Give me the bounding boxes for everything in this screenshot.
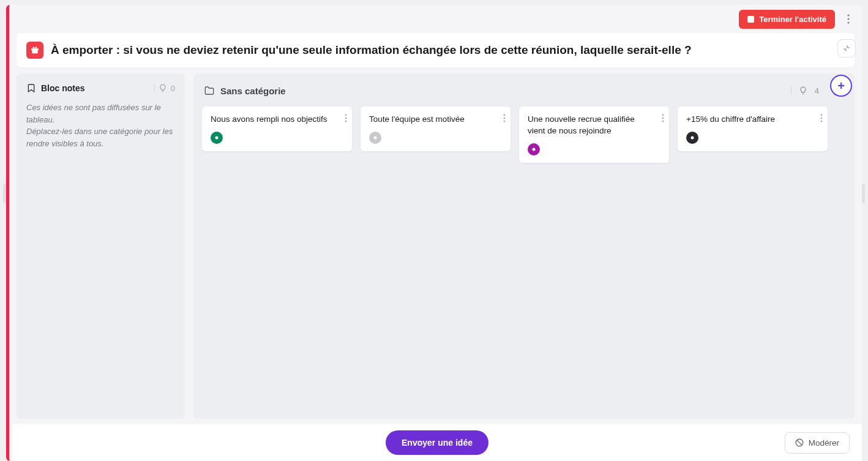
svg-point-15 [504,118,506,119]
app-frame: Terminer l'activité À emporter : si vous… [0,0,868,461]
svg-point-17 [374,136,377,139]
svg-point-24 [821,121,823,122]
avatar [686,132,698,144]
svg-point-1 [847,18,849,20]
avatar [369,132,381,144]
svg-point-2 [847,21,849,23]
idea-card[interactable]: +15% du chiffre d'affaire [678,107,828,151]
svg-point-21 [533,148,536,151]
bulb-icon [159,84,167,92]
end-activity-label: Terminer l'activité [759,15,826,24]
bottom-bar: Envoyer une idée Modérer [12,424,862,461]
send-idea-button[interactable]: Envoyer une idée [386,430,488,455]
cards-row: Nous avons rempli nos objectifs Toute l'… [202,107,846,163]
card-more-button[interactable] [345,114,347,125]
avatar [528,143,540,156]
svg-rect-6 [32,50,37,53]
add-category-button[interactable]: + [830,75,852,97]
svg-point-20 [662,121,664,122]
activity-title: À emporter : si vous ne deviez retenir q… [51,43,845,58]
svg-point-18 [662,114,664,116]
topbar-more-button[interactable] [840,10,857,28]
card-more-button[interactable] [503,114,506,125]
idea-card[interactable]: Toute l'équipe est motivée [361,107,511,151]
bulb-icon [799,86,807,95]
svg-rect-3 [31,48,39,50]
idea-card[interactable]: Une nouvelle recrue qualifiée vient de n… [519,107,669,163]
notepad-panel: Bloc notes 0 Ces idées ne sont pas diffu… [17,73,185,419]
content-row: Bloc notes 0 Ces idées ne sont pas diffu… [9,67,862,419]
category-header: Sans catégorie 4 [202,82,846,107]
svg-point-10 [345,114,347,116]
notepad-help-text: Ces idées ne sont pas diffusées sur le t… [26,102,175,149]
notepad-help-line1: Ces idées ne sont pas diffusées sur le t… [26,102,175,126]
svg-point-25 [691,136,694,139]
activity-panel: Terminer l'activité À emporter : si vous… [6,5,862,461]
idea-text: Nous avons rempli nos objectifs [211,114,345,126]
svg-point-12 [345,121,347,122]
svg-point-13 [215,136,219,139]
collapse-button[interactable] [837,39,856,58]
svg-point-11 [345,118,347,119]
top-bar: Terminer l'activité [9,5,862,33]
idea-card[interactable]: Nous avons rempli nos objectifs [202,107,352,151]
svg-point-0 [847,14,849,16]
svg-point-16 [504,121,506,122]
idea-text: Toute l'équipe est motivée [369,114,503,126]
separator [791,86,791,95]
moderate-label: Modérer [809,438,839,448]
svg-point-22 [821,114,823,116]
svg-rect-4 [33,47,35,49]
folder-icon [204,86,214,96]
notepad-count: 0 [154,84,175,93]
idea-text: Une nouvelle recrue qualifiée vient de n… [528,114,662,137]
category-panel: Sans catégorie 4 Nous avons rempli nos o… [193,73,855,419]
separator [154,84,155,92]
notepad-header: Bloc notes 0 [26,83,175,93]
activity-icon [26,42,43,59]
activity-title-card: À emporter : si vous ne deviez retenir q… [17,33,855,67]
svg-line-27 [797,440,802,445]
moderate-button[interactable]: Modérer [785,432,850,454]
svg-rect-5 [36,47,37,49]
bookmark-icon [26,83,36,93]
svg-point-23 [821,118,823,119]
svg-point-14 [504,114,506,116]
idea-text: +15% du chiffre d'affaire [686,114,820,126]
avatar [211,132,223,144]
card-more-button[interactable] [662,114,664,125]
block-icon [795,438,804,447]
end-activity-button[interactable]: Terminer l'activité [739,10,835,29]
card-more-button[interactable] [820,114,823,125]
send-idea-label: Envoyer une idée [402,438,473,448]
notepad-title: Bloc notes [41,83,85,93]
stop-icon [747,16,754,23]
category-title: Sans catégorie [220,86,286,96]
svg-point-19 [662,118,664,119]
notepad-count-value: 0 [171,84,175,93]
category-count: 4 [815,86,819,96]
notepad-help-line2: Déplacez-les dans une catégorie pour les… [26,126,175,149]
